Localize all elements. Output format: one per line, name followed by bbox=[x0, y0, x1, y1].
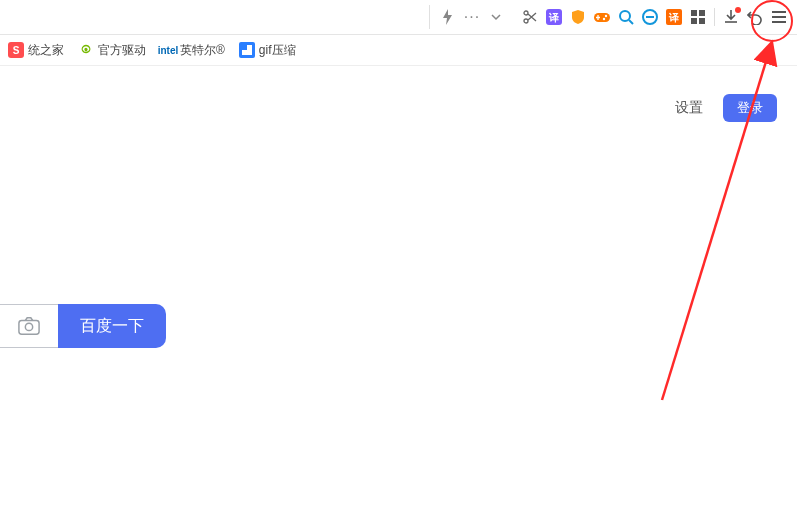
browser-toolbar: ··· 译 译 bbox=[0, 0, 797, 35]
svg-rect-13 bbox=[691, 18, 697, 24]
address-bar[interactable] bbox=[0, 5, 430, 29]
svg-point-5 bbox=[605, 15, 607, 17]
bookmark-label: gif压缩 bbox=[259, 42, 296, 59]
bookmark-item[interactable]: gif压缩 bbox=[239, 42, 296, 59]
bookmark-item[interactable]: intel 英特尔® bbox=[160, 42, 225, 59]
svg-point-7 bbox=[620, 11, 630, 21]
gamepad-icon[interactable] bbox=[590, 5, 614, 29]
hamburger-menu-icon[interactable] bbox=[767, 5, 791, 29]
bookmark-label: 统之家 bbox=[28, 42, 64, 59]
favicon-icon: S bbox=[8, 42, 24, 58]
more-icon[interactable]: ··· bbox=[460, 5, 484, 29]
nvidia-icon: ⦿ bbox=[78, 42, 94, 58]
bookmark-label: 英特尔® bbox=[180, 42, 225, 59]
page-content: 设置 登录 百度一下 bbox=[0, 66, 797, 505]
page-header-right: 设置 登录 bbox=[675, 94, 777, 122]
svg-rect-11 bbox=[691, 10, 697, 16]
bookmarks-bar: S 统之家 ⦿ 官方驱动 intel 英特尔® gif压缩 bbox=[0, 35, 797, 66]
svg-point-1 bbox=[524, 11, 528, 15]
chevron-down-icon[interactable] bbox=[484, 5, 508, 29]
assist-icon[interactable] bbox=[638, 5, 662, 29]
svg-point-0 bbox=[524, 19, 528, 23]
settings-link[interactable]: 设置 bbox=[675, 99, 703, 117]
notification-dot bbox=[735, 7, 741, 13]
bookmark-item[interactable]: S 统之家 bbox=[8, 42, 64, 59]
gif-icon bbox=[239, 42, 255, 58]
svg-text:译: 译 bbox=[668, 12, 680, 23]
translate-icon[interactable]: 译 bbox=[542, 5, 566, 29]
bookmark-label: 官方驱动 bbox=[98, 42, 146, 59]
scissors-icon[interactable] bbox=[518, 5, 542, 29]
search-button[interactable]: 百度一下 bbox=[58, 304, 166, 348]
svg-rect-14 bbox=[699, 18, 705, 24]
svg-point-6 bbox=[603, 18, 605, 20]
search-area: 百度一下 bbox=[0, 304, 166, 348]
translate-icon-2[interactable]: 译 bbox=[662, 5, 686, 29]
svg-point-19 bbox=[25, 323, 32, 330]
toolbar-separator bbox=[714, 8, 715, 26]
download-icon[interactable] bbox=[719, 5, 743, 29]
intel-icon: intel bbox=[160, 42, 176, 58]
undo-icon[interactable] bbox=[743, 5, 767, 29]
search-icon[interactable] bbox=[614, 5, 638, 29]
camera-icon[interactable] bbox=[18, 316, 40, 336]
svg-text:译: 译 bbox=[548, 12, 560, 23]
search-input[interactable] bbox=[0, 304, 58, 348]
login-button[interactable]: 登录 bbox=[723, 94, 777, 122]
flash-icon[interactable] bbox=[436, 5, 460, 29]
svg-rect-17 bbox=[242, 45, 247, 50]
shield-icon[interactable] bbox=[566, 5, 590, 29]
svg-rect-12 bbox=[699, 10, 705, 16]
bookmark-item[interactable]: ⦿ 官方驱动 bbox=[78, 42, 146, 59]
grid-icon[interactable] bbox=[686, 5, 710, 29]
toolbar-icons: ··· 译 译 bbox=[436, 5, 797, 29]
